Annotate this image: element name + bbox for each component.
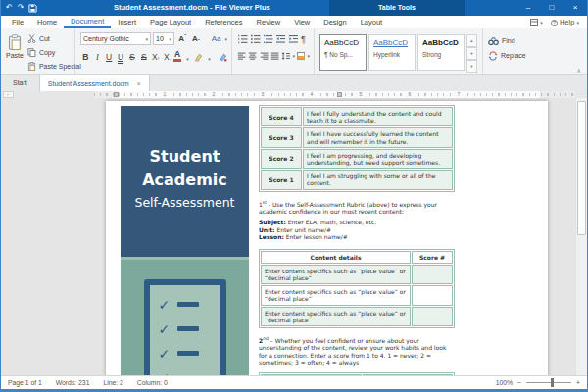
- score-entry-cell[interactable]: [412, 285, 453, 305]
- clear-formatting-icon[interactable]: [219, 52, 227, 62]
- document-tab-bar: Start Student Assessment.docm ×: [1, 75, 587, 91]
- score-entry-cell[interactable]: [412, 307, 453, 326]
- style-hyperlink[interactable]: AaBbCcD Hyperlink: [368, 34, 416, 71]
- underline-icon[interactable]: U: [104, 52, 115, 62]
- minimize-icon[interactable]: –: [516, 0, 540, 16]
- font-size-select[interactable]: 10 ▾: [153, 32, 174, 45]
- ruler-bar: ⌐ 1 2 3 4 5 6 7: [1, 91, 587, 98]
- table-row: Score 4 I feel I fully understand the co…: [261, 107, 453, 126]
- lesson-value: Enter lesson name/#: [284, 233, 348, 240]
- indent-marker[interactable]: [337, 92, 342, 97]
- description-cell: I feel I am progressing, and developing …: [303, 149, 453, 169]
- sidebar-green-block: ✓ ✓ ✓ ✓: [121, 257, 249, 375]
- line-spacing-icon[interactable]: [281, 51, 290, 61]
- find-label: Find: [502, 37, 515, 44]
- shrink-font-icon[interactable]: A: [190, 34, 202, 43]
- close-tab-icon[interactable]: ×: [137, 80, 141, 87]
- tab-review[interactable]: Review: [250, 16, 288, 28]
- dropdown-caret-icon: ▾: [292, 53, 295, 59]
- double-underline-icon[interactable]: U: [116, 52, 126, 62]
- align-right-icon[interactable]: [260, 51, 269, 61]
- dropdown-caret-icon: ▾: [540, 20, 543, 25]
- text-highlight-icon[interactable]: [194, 52, 203, 62]
- change-case-icon[interactable]: Aa: [210, 34, 223, 43]
- font-color-icon[interactable]: A: [173, 50, 181, 62]
- replace-button[interactable]: Replace: [488, 49, 534, 62]
- tab-page-layout[interactable]: Page Layout: [143, 16, 198, 28]
- scrollbar-thumb[interactable]: [577, 101, 586, 235]
- style-strong[interactable]: AaBbCcD Strong: [417, 34, 465, 71]
- table-tools-context-tab: Table Tools: [329, 0, 465, 16]
- indent-marker[interactable]: [114, 92, 119, 97]
- styles-scroll-down-icon[interactable]: ▾: [466, 47, 477, 60]
- instruction-1: 1st - Use the Self-Assessment Rubric (ab…: [259, 199, 453, 216]
- align-left-icon[interactable]: [237, 51, 246, 61]
- style-no-spacing[interactable]: AaBbCcD ¶ No Sp...: [319, 34, 367, 71]
- font-family-select[interactable]: Century Gothic ▾: [80, 32, 151, 45]
- page-indicator: Page 1 of 1: [8, 379, 42, 386]
- paste-special-button[interactable]: Paste Special: [27, 60, 81, 73]
- styles-gallery-more-icon[interactable]: ▾: [466, 60, 477, 73]
- help-button[interactable]: ? Help ▾: [551, 18, 579, 26]
- numbered-list-icon[interactable]: [237, 34, 248, 44]
- cut-button[interactable]: Cut: [27, 32, 81, 45]
- decrease-indent-icon[interactable]: [275, 34, 286, 44]
- tab-file[interactable]: File: [5, 16, 30, 28]
- grow-font-icon[interactable]: A: [176, 34, 188, 43]
- copy-button[interactable]: Copy: [27, 46, 81, 59]
- superscript-icon[interactable]: X: [150, 52, 161, 62]
- style-name: Hyperlink: [373, 51, 412, 58]
- zoom-slider-thumb[interactable]: [551, 378, 554, 387]
- multilevel-list-icon[interactable]: [263, 34, 273, 44]
- close-icon[interactable]: ×: [564, 0, 587, 16]
- redo-icon[interactable]: ↷: [18, 0, 24, 16]
- checkmark-icon: ✓: [159, 346, 171, 362]
- strikethrough-icon[interactable]: S: [127, 52, 138, 62]
- document-tab[interactable]: Student Assessment.docm ×: [39, 75, 150, 91]
- ribbon-tab-bar: File Home Document Insert Page Layout Re…: [1, 16, 587, 28]
- vertical-scrollbar[interactable]: [575, 98, 587, 375]
- dropdown-caret-icon: ▾: [576, 20, 579, 25]
- zoom-in-icon[interactable]: +: [576, 379, 580, 386]
- justify-icon[interactable]: [270, 51, 279, 61]
- paste-button[interactable]: Paste: [6, 32, 24, 73]
- tab-stop-selector[interactable]: ⌐: [3, 91, 14, 98]
- replace-label: Replace: [501, 52, 526, 59]
- bold-icon[interactable]: B: [80, 52, 91, 62]
- tab-design[interactable]: Design: [317, 16, 353, 28]
- show-formatting-marks-icon[interactable]: ¶: [301, 34, 306, 44]
- tab-insert[interactable]: Insert: [111, 16, 143, 28]
- bullet-list-icon[interactable]: [250, 34, 261, 44]
- score-entry-cell[interactable]: [412, 265, 453, 284]
- align-center-icon[interactable]: [248, 51, 257, 61]
- line-indicator: Line: 2: [103, 379, 122, 386]
- table-row: Enter content specifics such as “place v…: [261, 307, 453, 326]
- save-icon[interactable]: [28, 4, 37, 13]
- zoom-out-icon[interactable]: −: [517, 379, 521, 386]
- content-cell: Enter content specifics such as “place v…: [261, 285, 411, 305]
- menu-right-controls: ▾ ? Help ▾: [530, 16, 587, 28]
- subscript-icon[interactable]: X: [162, 52, 172, 62]
- shading-icon[interactable]: [297, 51, 305, 61]
- maximize-icon[interactable]: □: [540, 0, 564, 16]
- tab-layout[interactable]: Layout: [354, 16, 390, 28]
- tab-references[interactable]: References: [198, 16, 249, 28]
- content-details-table: Content details Score # Enter content sp…: [259, 249, 455, 328]
- styles-scroll-up-icon[interactable]: ▴: [466, 34, 477, 47]
- find-button[interactable]: Find: [488, 34, 534, 47]
- tab-home[interactable]: Home: [30, 16, 64, 28]
- tab-view[interactable]: View: [287, 16, 317, 28]
- double-strikethrough-icon[interactable]: S: [138, 52, 149, 62]
- editing-group: Find Replace: [483, 28, 538, 74]
- collapse-ribbon-icon[interactable]: ∧: [577, 67, 581, 74]
- increase-indent-icon[interactable]: [288, 34, 299, 44]
- undo-icon[interactable]: ↶: [6, 0, 13, 16]
- tab-document[interactable]: Document: [64, 16, 111, 28]
- document-page[interactable]: Student Academic Self-Assessment ✓ ✓ ✓ ✓: [106, 101, 548, 375]
- font-group: Century Gothic ▾ 10 ▾ A A Aa ▾ B I U U S…: [75, 28, 232, 74]
- ribbon-display-options-button[interactable]: ▾: [530, 18, 543, 26]
- start-tab[interactable]: Start: [1, 75, 39, 91]
- italic-icon[interactable]: I: [92, 52, 103, 62]
- zoom-slider[interactable]: [526, 382, 571, 383]
- checklist-dash: [177, 351, 199, 356]
